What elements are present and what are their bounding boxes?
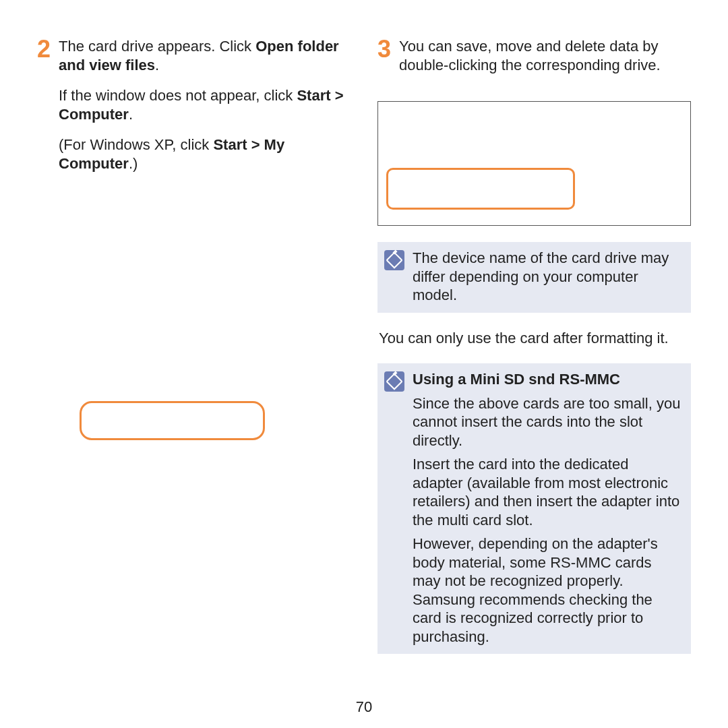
step-2-paragraph-3: (For Windows XP, click Start > My Comput… [59,135,351,173]
note-device-name-paragraph: The device name of the card drive may di… [413,249,681,305]
pencil-note-icon [384,371,404,392]
step-2-body: The card drive appears. Click Open folde… [59,37,351,185]
step-3: 3 You can save, move and delete data by … [377,37,691,86]
left-highlight-box [80,401,265,440]
left-column: 2 The card drive appears. Click Open fol… [37,37,351,670]
note-mini-sd-title: Using a Mini SD snd RS-MMC [413,370,681,389]
page-number: 70 [0,698,728,716]
note-mini-sd-p1: Since the above cards are too small, you… [413,394,681,450]
step-2-paragraph-1: The card drive appears. Click Open folde… [59,37,351,74]
note-device-name-text: The device name of the card drive may di… [413,249,681,305]
step-3-paragraph-1: You can save, move and delete data by do… [399,37,691,74]
note-mini-sd-p3: However, depending on the adapter's body… [413,535,681,646]
step-2: 2 The card drive appears. Click Open fol… [37,37,351,185]
step-2-number: 2 [37,37,53,61]
note-device-name: The device name of the card drive may di… [377,242,691,313]
note-mini-sd: Using a Mini SD snd RS-MMC Since the abo… [377,363,691,654]
format-card-paragraph: You can only use the card after formatti… [377,329,691,348]
drive-window-illustration [377,101,691,226]
drive-highlight-box [386,168,575,210]
step-3-number: 3 [377,37,394,61]
note-mini-sd-p2: Insert the card into the dedicated adapt… [413,455,681,529]
note-mini-sd-text: Using a Mini SD snd RS-MMC Since the abo… [413,370,681,646]
right-column: 3 You can save, move and delete data by … [377,37,691,670]
pencil-note-icon [384,250,404,270]
step-2-paragraph-2: If the window does not appear, click Sta… [59,86,351,123]
step-3-body: You can save, move and delete data by do… [399,37,691,86]
